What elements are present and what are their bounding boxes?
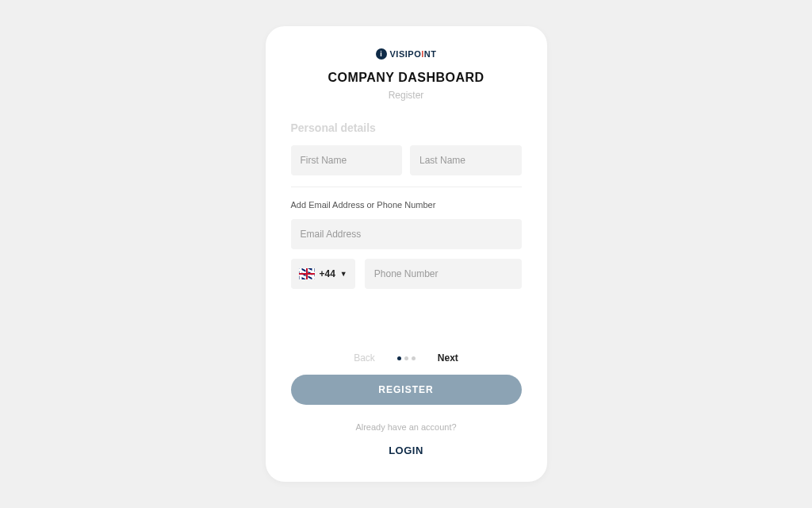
section-heading: Personal details [291, 121, 522, 134]
logo-text: VISIPOINT [390, 49, 437, 59]
last-name-input[interactable] [410, 145, 522, 175]
country-code-label: +44 [320, 268, 335, 279]
contact-label: Add Email Address or Phone Number [291, 200, 522, 210]
register-button[interactable]: REGISTER [291, 375, 522, 405]
step-dot-3 [412, 356, 416, 360]
page-subtitle: Register [291, 90, 522, 101]
logo-icon: i [376, 48, 387, 60]
brand-logo: i VISIPOINT [376, 48, 437, 60]
next-button[interactable]: Next [438, 352, 458, 364]
step-dot-2 [404, 356, 408, 360]
divider [291, 187, 522, 187]
phone-row: +44 ▼ [291, 259, 522, 289]
logo-container: i VISIPOINT [291, 48, 522, 60]
login-link[interactable]: LOGIN [291, 444, 522, 456]
step-dot-1 [397, 356, 401, 360]
step-dots [397, 356, 416, 360]
uk-flag-icon [299, 268, 315, 279]
logo-prefix: VISIPO [390, 49, 422, 59]
country-code-select[interactable]: +44 ▼ [291, 259, 355, 289]
step-nav: Back Next [291, 352, 522, 364]
page-title: COMPANY DASHBOARD [291, 71, 522, 85]
chevron-down-icon: ▼ [340, 270, 347, 278]
logo-suffix: NT [424, 49, 437, 59]
name-row [291, 145, 522, 175]
email-input[interactable] [291, 219, 522, 249]
first-name-input[interactable] [291, 145, 403, 175]
register-card: i VISIPOINT COMPANY DASHBOARD Register P… [266, 26, 547, 482]
already-account-text: Already have an account? [291, 422, 522, 432]
phone-input[interactable] [365, 259, 522, 289]
back-button: Back [354, 352, 375, 364]
